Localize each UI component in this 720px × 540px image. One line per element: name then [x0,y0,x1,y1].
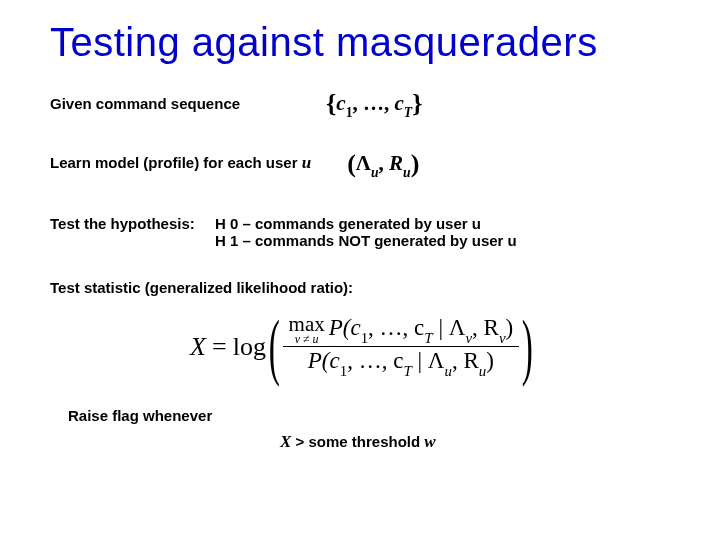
hypo-h0: H 0 – commands generated by user u [215,215,481,232]
given-set: {c1, …, cT} [326,87,422,119]
given-label: Given command sequence [50,95,240,112]
hypo-h1: H 1 – commands NOT generated by user u [215,232,517,249]
model-tuple: (Λu, Ru) [347,147,419,179]
page-title: Testing against masqueraders [50,20,670,65]
threshold-line: X > some threshold w [280,432,670,452]
hypo-lead: Test the hypothesis: [50,215,215,232]
hypothesis-block: Test the hypothesis: H 0 – commands gene… [50,215,670,249]
formula-block: X = log ( maxv ≠ uP(c1, …, cT | Λv, Rv) … [50,314,670,378]
model-line: Learn model (profile) for each user u (Λ… [50,147,670,179]
given-line: Given command sequence {c1, …, cT} [50,87,670,119]
raise-flag: Raise flag whenever [68,407,670,424]
model-label: Learn model (profile) for each user u [50,153,311,173]
stat-label: Test statistic (generalized likelihood r… [50,279,670,296]
